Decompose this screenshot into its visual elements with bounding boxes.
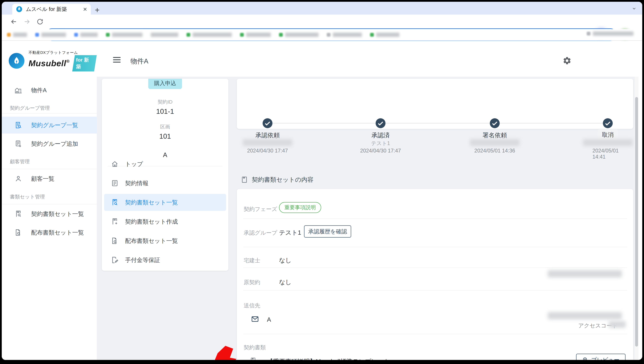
menu-item-label: 契約書類セット作成	[125, 218, 178, 226]
step-label: 承認済	[372, 131, 390, 139]
menu-item-contract-docset-list[interactable]: 契約書類セット一覧	[104, 194, 226, 211]
sidebar-section-docset: 書類セット管理	[10, 194, 45, 200]
bookmark-item[interactable]	[106, 32, 142, 37]
sidebar-section-contract-group: 契約グループ管理	[10, 105, 50, 112]
sidebar-item-contract-group-add[interactable]: 契約グループ追加	[2, 135, 97, 152]
menu-item-top[interactable]: トップ	[104, 156, 226, 172]
step-name-redacted	[583, 139, 632, 146]
reload-button[interactable]	[35, 16, 45, 27]
divider	[243, 268, 627, 268]
step-date: 2024/05/01 14:36	[474, 148, 515, 154]
approval-group-label: 承認グループ	[244, 229, 277, 236]
bookmark-item[interactable]	[35, 32, 66, 37]
menu-item-deposit-guarantee[interactable]: 手付金等保証	[104, 252, 226, 268]
status-badge: 購入申込	[148, 79, 182, 89]
bookmark-item[interactable]	[151, 32, 178, 37]
sidebar-item-label: 契約グループ追加	[31, 140, 78, 148]
menu-item-label: 配布書類セット一覧	[125, 237, 178, 245]
bookmark-item[interactable]	[186, 32, 232, 37]
forward-button[interactable]	[22, 16, 32, 27]
approval-history-button[interactable]: 承認履歴を確認	[304, 225, 351, 238]
bookmark-plus-icon	[111, 218, 119, 225]
menu-item-dist-docset-list[interactable]: 配布書類セット一覧	[104, 232, 226, 249]
person-icon	[14, 175, 22, 182]
brand-tagline: 不動産DXプラットフォーム	[28, 50, 97, 55]
document-search-icon	[14, 229, 22, 236]
sidebar-item-contract-docset-list[interactable]: 契約書類セット一覧	[2, 206, 97, 222]
new-tab-button[interactable]: +	[95, 5, 100, 15]
menu-hamburger-icon[interactable]	[113, 56, 120, 64]
sidebar-item-label: 顧客一覧	[31, 175, 54, 183]
bookmark-icon	[250, 357, 256, 360]
divider	[243, 247, 627, 247]
divider	[2, 113, 97, 114]
sidebar-item-contract-group-list[interactable]: 契約グループ一覧	[2, 117, 97, 134]
divider	[243, 218, 627, 219]
document-search-icon	[111, 237, 119, 244]
page-scrollbar[interactable]	[635, 77, 638, 360]
sidebar-item-property[interactable]: 物件A	[2, 82, 97, 99]
bookmark-item[interactable]	[327, 32, 362, 37]
preview-button[interactable]: プレビュー	[576, 354, 626, 360]
bookmarks-overflow[interactable]	[587, 32, 634, 36]
contract-summary-card: 購入申込 契約ID 101-1 区画 101 A トップ	[102, 79, 228, 271]
step-date: 2024/05/01 14:41	[592, 148, 623, 160]
sidebar-item-label: 契約書類セット一覧	[31, 210, 84, 218]
menu-item-contract-docset-create[interactable]: 契約書類セット作成	[104, 213, 226, 230]
section-value: 101	[102, 132, 228, 140]
step-label: 署名依頼	[482, 131, 507, 139]
agent-label: 宅建士	[244, 257, 260, 264]
original-contract-value: なし	[279, 278, 292, 286]
step-label: 承認依頼	[255, 131, 280, 139]
step-date: 2024/04/30 17:47	[360, 148, 401, 154]
tab-strip-chevron-icon[interactable]	[631, 6, 637, 11]
original-contract-label: 原契約	[244, 278, 260, 286]
step-check-icon	[489, 118, 500, 128]
stepper-line	[268, 123, 608, 124]
browser-toolbar	[2, 14, 642, 29]
phase-badge: 重要事項説明	[279, 202, 321, 213]
divider	[2, 169, 97, 169]
sidebar-item-dist-docset-list[interactable]: 配布書類セット一覧	[2, 224, 97, 241]
document-pen-icon	[111, 256, 119, 264]
step-name-redacted	[243, 139, 292, 146]
bookmark-item[interactable]	[240, 32, 271, 37]
bookmark-item[interactable]	[74, 32, 98, 37]
step-name-redacted	[470, 139, 520, 146]
app-root: 不動産DXプラットフォーム Musubell® for 新築 物件A 契約グルー	[2, 41, 642, 360]
tab-strip: ムスベル for 新築 × +	[2, 2, 642, 14]
musubell-logo-icon	[9, 53, 24, 69]
brand-name: Musubell®	[28, 59, 70, 68]
sidebar-item-label: 配布書類セット一覧	[31, 228, 84, 236]
menu-item-label: 契約情報	[125, 179, 148, 187]
bookmark-item[interactable]	[370, 32, 400, 37]
step-check-icon	[602, 118, 613, 128]
settings-gear-icon[interactable]	[562, 56, 572, 65]
documents-label: 契約書類	[244, 344, 266, 351]
document-title: 【重要事項説明】Musubell標準テンプレート	[267, 358, 390, 360]
recipient-label: 送信先	[244, 302, 260, 309]
site-favicon	[16, 6, 22, 12]
home-icon	[111, 160, 119, 168]
approval-group-value: テスト1	[279, 228, 301, 237]
sidebar-item-customer-list[interactable]: 顧客一覧	[2, 170, 97, 187]
bookmark-search-icon	[14, 210, 22, 218]
browser-window: ムスベル for 新築 × +	[2, 2, 642, 360]
bookmark-item[interactable]	[7, 32, 27, 37]
step-name: テスト1	[371, 140, 390, 147]
page-title: 物件A	[130, 57, 148, 66]
bookmark-search-icon	[111, 198, 119, 206]
access-code-redacted	[609, 321, 626, 328]
document-search-icon	[14, 121, 22, 129]
app-header: 物件A	[97, 41, 642, 77]
phase-label: 契約フェーズ	[244, 206, 277, 213]
document-plus-icon	[14, 140, 22, 148]
browser-tab[interactable]: ムスベル for 新築 ×	[12, 4, 91, 14]
bookmark-item[interactable]	[279, 32, 318, 37]
scrollbar-thumb[interactable]	[635, 97, 638, 346]
tab-close-icon[interactable]: ×	[83, 6, 87, 12]
back-button[interactable]	[9, 16, 19, 27]
menu-item-contract-info[interactable]: 契約情報	[104, 175, 226, 192]
menu-item-label: 手付金等保証	[125, 256, 160, 264]
step-check-icon	[262, 118, 273, 128]
